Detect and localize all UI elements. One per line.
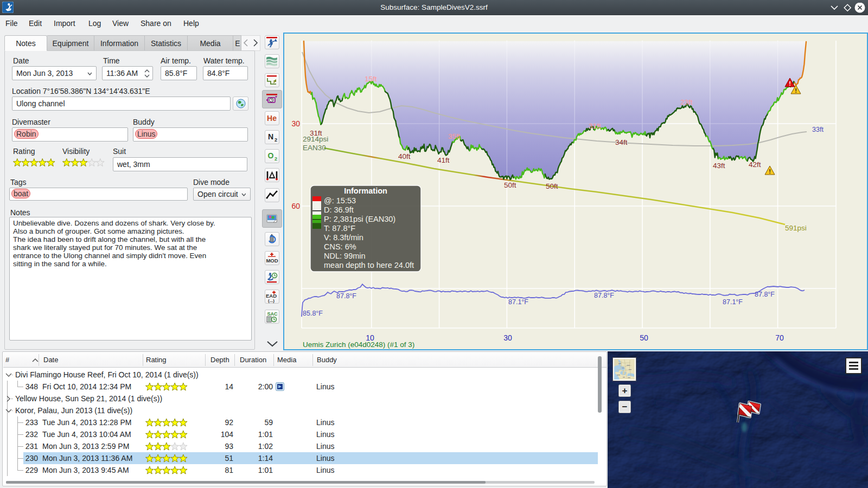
svg-text:31ft: 31ft — [589, 122, 601, 130]
svg-text:D: 36.9ft: D: 36.9ft — [324, 206, 354, 214]
svg-text:87.8°F: 87.8°F — [594, 292, 614, 299]
svg-text:SAC: SAC — [267, 311, 278, 317]
svg-text:!: ! — [789, 80, 791, 87]
svg-text:(...): (...) — [268, 298, 275, 303]
svg-text:15ft: 15ft — [365, 75, 377, 83]
svg-text:N: N — [268, 132, 273, 141]
svg-text:Uemis Zurich (e04d0248) (#1 of: Uemis Zurich (e04d0248) (#1 of 3) — [303, 341, 414, 349]
svg-text:CNS: 6%: CNS: 6% — [324, 242, 356, 251]
svg-text:2: 2 — [275, 156, 277, 162]
svg-text:V: 8.3ft/min: V: 8.3ft/min — [324, 233, 363, 242]
svg-text:mean depth to here 24.0ft: mean depth to here 24.0ft — [324, 261, 414, 269]
svg-text:41ft: 41ft — [437, 156, 450, 164]
svg-text:30: 30 — [503, 333, 512, 342]
svg-text:34ft: 34ft — [615, 138, 628, 146]
svg-text:P: 2,381psi (EAN30): P: 2,381psi (EAN30) — [324, 215, 395, 223]
svg-text:33ft: 33ft — [812, 126, 824, 133]
svg-text:43ft: 43ft — [713, 162, 725, 170]
svg-text:!: ! — [769, 168, 771, 175]
svg-text:42ft: 42ft — [749, 160, 761, 169]
svg-text:85.8°F: 85.8°F — [303, 310, 323, 317]
svg-text:2914psi: 2914psi — [303, 135, 328, 143]
svg-text:23ft: 23ft — [680, 98, 693, 106]
svg-text:87.1°F: 87.1°F — [723, 298, 743, 306]
svg-text:87.8°F: 87.8°F — [336, 292, 356, 300]
svg-text:EAN30: EAN30 — [303, 144, 326, 152]
svg-text:60: 60 — [291, 202, 300, 210]
svg-text:O: O — [268, 151, 274, 160]
svg-text:2: 2 — [275, 137, 277, 143]
svg-text:!: ! — [795, 87, 797, 94]
svg-text:50ft: 50ft — [504, 181, 516, 189]
svg-text:40ft: 40ft — [398, 152, 411, 160]
svg-text:87.8°F: 87.8°F — [755, 291, 775, 298]
svg-text:591psi: 591psi — [785, 224, 807, 232]
svg-text:@: 15:53: @: 15:53 — [324, 196, 356, 205]
svg-text:30: 30 — [291, 119, 300, 128]
svg-text:NDL: 99min: NDL: 99min — [324, 252, 366, 260]
svg-text:35ft: 35ft — [448, 132, 461, 140]
svg-text:MOD: MOD — [266, 258, 278, 264]
svg-text:50ft: 50ft — [546, 182, 558, 190]
svg-text:Information: Information — [344, 187, 387, 195]
svg-text:He: He — [267, 114, 277, 123]
svg-text:87.1°F: 87.1°F — [508, 298, 528, 306]
svg-text:50: 50 — [640, 333, 648, 342]
svg-text:T: 87.8°F: T: 87.8°F — [324, 224, 355, 233]
svg-text:70: 70 — [775, 333, 784, 342]
